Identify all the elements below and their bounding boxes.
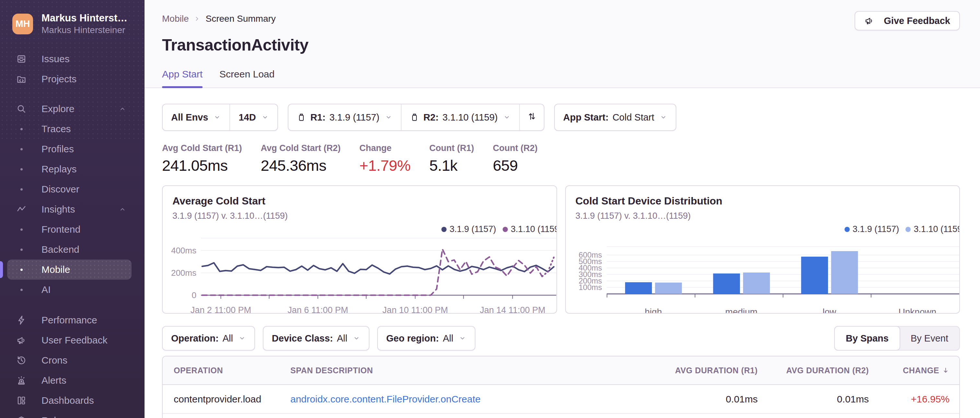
tab-app-start[interactable]: App Start [162, 69, 202, 87]
sidebar-item-label: Mobile [41, 264, 70, 275]
swap-arrows-icon [527, 111, 537, 124]
table-row[interactable]: contentprovider.loadandroidx.core.conten… [163, 385, 959, 414]
chevron-right-icon [193, 15, 201, 23]
sidebar-item-alerts[interactable]: Alerts [7, 370, 132, 391]
column-header-operation[interactable]: OPERATION [174, 366, 290, 375]
sidebar-item-user-feedback[interactable]: User Feedback [7, 330, 132, 350]
sidebar-item-explore[interactable]: Explore [7, 99, 132, 119]
chevron-down-icon [261, 113, 269, 121]
legend-item[interactable]: 3.1.10 (1159) [905, 224, 959, 234]
legend-item[interactable]: 3.1.9 (1157) [845, 224, 899, 234]
chevron-up-icon [119, 105, 126, 113]
page-title: TransactionActivity [162, 36, 960, 54]
breadcrumb-mobile[interactable]: Mobile [162, 14, 189, 24]
bullet-icon [16, 229, 27, 231]
release2-filter[interactable]: R2: 3.1.10 (1159) [401, 104, 519, 130]
give-feedback-button[interactable]: Give Feedback [854, 11, 960, 30]
sidebar-item-traces[interactable]: Traces [7, 119, 132, 139]
sidebar-item-frontend[interactable]: Frontend [7, 219, 132, 240]
toggle-by-spans[interactable]: By Spans [834, 326, 900, 351]
user-menu[interactable]: MH Markus Hinterst… Markus Hintersteiner [0, 0, 145, 35]
stat-change: Change+1.79% [360, 143, 410, 174]
line-chart-legend: 3.1.9 (1157)3.1.10 (1159) [172, 224, 557, 234]
release1-filter[interactable]: R1: 3.1.9 (1157) [288, 104, 401, 130]
alerts-icon [16, 375, 27, 386]
sidebar-item-profiles[interactable]: Profiles [7, 139, 132, 159]
category-label: high [645, 307, 662, 314]
sidebar-item-label: Insights [41, 204, 75, 215]
release-icon [297, 113, 306, 122]
x-tick-label: Jan 14 11:00 PM [480, 305, 546, 314]
x-tick-label: Jan 2 11:00 PM [191, 305, 251, 314]
cold-start-line-chart[interactable] [201, 235, 557, 302]
app-start-type-filter[interactable]: App Start: Cold Start [555, 104, 676, 130]
geo-region-filter[interactable]: Geo region:All [377, 326, 476, 351]
span-description-link[interactable]: androidx.core.content.FileProvider.onCre… [290, 394, 480, 404]
sidebar-item-releases[interactable]: Releases [7, 410, 132, 418]
release-compare-group: R1: 3.1.9 (1157) R2: 3.1.10 (1159) [288, 104, 544, 131]
sidebar-item-replays[interactable]: Replays [7, 159, 132, 179]
bar-chart-y-axis: 600ms500ms400ms300ms200ms100ms [576, 235, 607, 304]
megaphone-icon [16, 335, 27, 345]
legend-item[interactable]: 3.1.9 (1157) [441, 224, 496, 234]
date-range-filter[interactable]: 14D [229, 104, 277, 130]
megaphone-icon [864, 16, 874, 25]
stat-value: 5.1k [430, 156, 474, 174]
environment-filter[interactable]: All Envs [163, 104, 229, 130]
projects-icon [16, 74, 27, 84]
legend-dot [845, 227, 850, 232]
sidebar-item-label: Explore [41, 103, 75, 114]
bullet-icon [16, 269, 27, 271]
y-tick-label: 200ms [171, 268, 196, 278]
stats-row: Avg Cold Start (R1)241.05msAvg Cold Star… [162, 143, 960, 174]
page-content: All Envs 14D R1: 3.1.9 (1157) [145, 88, 980, 418]
sidebar-item-label: Alerts [41, 375, 67, 386]
legend-item[interactable]: 3.1.10 (1159) [503, 224, 557, 234]
sidebar-item-issues[interactable]: Issues [7, 49, 132, 69]
spans-table: OPERATIONSPAN DESCRIPTIONAVG DURATION (R… [162, 356, 960, 418]
table-row-partial [163, 414, 959, 418]
sidebar-item-label: Backend [41, 244, 80, 255]
sidebar-item-crons[interactable]: Crons [7, 350, 132, 370]
sidebar-item-label: Frontend [41, 224, 80, 235]
device-class-filter[interactable]: Device Class:All [263, 326, 369, 351]
stat-value: +1.79% [360, 156, 410, 174]
toggle-by-event[interactable]: By Event [900, 327, 959, 350]
sidebar-item-ai[interactable]: AI [7, 280, 132, 300]
sidebar-item-projects[interactable]: Projects [7, 69, 132, 89]
column-header-span-description[interactable]: SPAN DESCRIPTION [290, 366, 648, 375]
sidebar-item-label: Performance [41, 315, 97, 326]
chevron-down-icon [353, 334, 360, 342]
crons-icon [16, 355, 27, 366]
tab-bar: App StartScreen Load [162, 69, 960, 87]
sidebar-item-label: AI [41, 284, 51, 295]
page-header: Mobile Screen Summary Give Feedback Tran… [145, 0, 980, 88]
legend-label: 3.1.9 (1157) [450, 224, 496, 234]
chevron-down-icon [458, 334, 466, 342]
stat-label: Change [360, 143, 410, 153]
sidebar-item-dashboards[interactable]: Dashboards [7, 391, 132, 410]
user-text: Markus Hinterst… Markus Hintersteiner [41, 12, 127, 35]
chart-subtitle: 3.1.9 (1157) v. 3.1.10…(1159) [172, 211, 557, 221]
swap-releases-button[interactable] [519, 104, 544, 130]
sidebar-item-mobile[interactable]: Mobile [7, 259, 132, 280]
device-distribution-card: Cold Start Device Distribution 3.1.9 (11… [565, 185, 960, 314]
span-filters: Operation:AllDevice Class:AllGeo region:… [162, 326, 476, 351]
tab-screen-load[interactable]: Screen Load [220, 69, 275, 87]
sidebar-item-discover[interactable]: Discover [7, 179, 132, 199]
column-header-change[interactable]: CHANGE [869, 366, 950, 375]
sidebar-item-backend[interactable]: Backend [7, 240, 132, 259]
column-header-avg-duration-r1-[interactable]: AVG DURATION (R1) [648, 366, 758, 375]
search-icon [16, 104, 27, 114]
chevron-down-icon [238, 334, 246, 342]
chevron-down-icon [503, 113, 511, 121]
column-header-avg-duration-r2-[interactable]: AVG DURATION (R2) [758, 366, 869, 375]
sidebar-item-insights[interactable]: Insights [7, 199, 132, 219]
legend-dot [503, 227, 508, 232]
sidebar-item-label: Traces [41, 124, 71, 135]
sidebar-item-performance[interactable]: Performance [7, 310, 132, 330]
operation-filter[interactable]: Operation:All [162, 326, 255, 351]
sidebar-item-label: Crons [41, 355, 67, 366]
chart-subtitle: 3.1.9 (1157) v. 3.1.10…(1159) [576, 211, 959, 221]
device-distribution-bar-chart[interactable] [607, 235, 959, 304]
